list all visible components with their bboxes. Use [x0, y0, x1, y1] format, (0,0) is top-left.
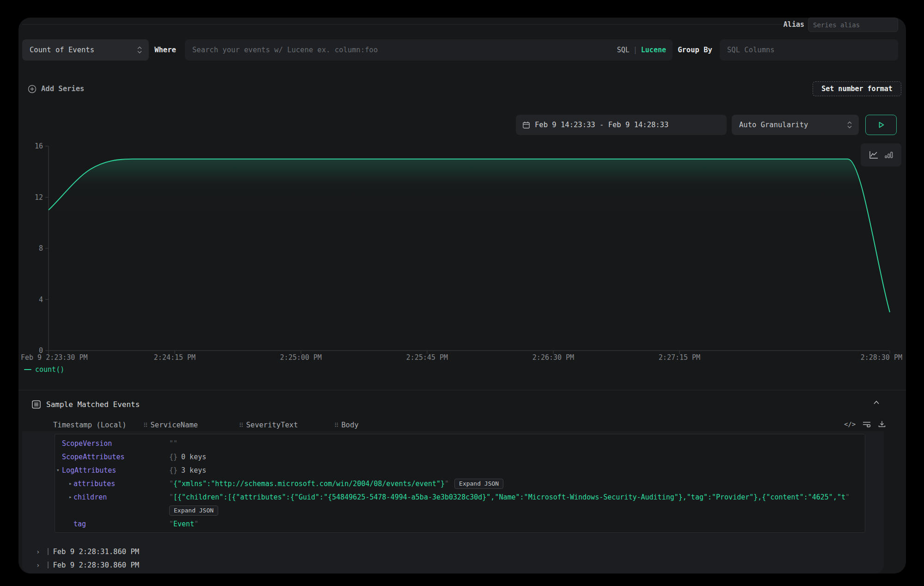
event-list-icon — [31, 400, 41, 409]
caret-right-icon[interactable]: ▸ — [69, 494, 72, 500]
svg-text:16: 16 — [35, 142, 43, 150]
column-label: Timestamp (Local) — [53, 421, 127, 429]
column-label: SeverityText — [246, 421, 298, 429]
language-sql[interactable]: SQL — [617, 46, 630, 54]
json-key: attributes — [73, 480, 115, 488]
chart-explorer-panel: Alias Count of Events Where SQL | Lucene… — [18, 18, 906, 574]
svg-text:2:26:30 PM: 2:26:30 PM — [532, 353, 574, 362]
add-series-label: Add Series — [41, 85, 84, 93]
column-header-servicename[interactable]: ⠿ ServiceName — [143, 421, 198, 429]
tree-row-scopeattributes[interactable]: ScopeAttributes {} 0 keys — [55, 450, 865, 463]
drag-handle-icon[interactable]: ⠿ — [334, 422, 339, 429]
wrap-text-icon[interactable] — [862, 420, 871, 428]
svg-text:2:24:15 PM: 2:24:15 PM — [154, 353, 196, 362]
json-key: tag — [73, 520, 86, 528]
time-range-value: Feb 9 14:23:33 - Feb 9 14:28:33 — [535, 121, 668, 129]
severity-bar — [48, 548, 49, 555]
json-value: [{"children":[{"attributes":{"Guid":"{54… — [173, 493, 845, 501]
aggregation-value: Count of Events — [30, 46, 94, 54]
play-icon — [876, 120, 886, 130]
tree-row-attributes[interactable]: ▸ attributes "{"xmlns":"http://schemas.m… — [55, 477, 865, 490]
events-section-header: Sample Matched Events — [18, 396, 906, 413]
caret-down-icon[interactable]: ▾ — [56, 467, 60, 473]
language-separator: | — [633, 46, 637, 54]
column-label: Body — [342, 421, 359, 429]
code-view-icon[interactable]: </> — [844, 420, 856, 428]
top-divider — [22, 24, 782, 25]
tree-row-tag[interactable]: tag "Event" — [55, 517, 865, 530]
braces-icon: {} — [169, 453, 177, 461]
column-header-timestamp[interactable]: Timestamp (Local) — [53, 421, 127, 429]
event-row[interactable]: › Feb 9 2:28:31.860 PM — [22, 545, 884, 558]
expanded-event-json: ScopeVersion "" ScopeAttributes {} 0 key… — [55, 434, 865, 533]
key-count: 0 keys — [181, 453, 206, 461]
tree-row-children[interactable]: ▸ children "[{"children":[{"attributes":… — [55, 490, 865, 504]
chevron-updown-icon — [847, 121, 852, 129]
expand-json-button[interactable]: Expand JSON — [454, 479, 503, 489]
tree-row-logattributes[interactable]: ▾ LogAttributes {} 3 keys — [55, 463, 865, 477]
column-label: ServiceName — [151, 421, 198, 429]
column-header-body[interactable]: ⠿ Body — [334, 421, 359, 429]
events-table-header: Timestamp (Local) ⠿ ServiceName ⠿ Severi… — [18, 420, 906, 431]
collapse-chevron-icon[interactable] — [873, 400, 880, 405]
tree-row-children-actions: Expand JSON — [55, 504, 865, 517]
caret-right-icon[interactable]: ▸ — [69, 481, 72, 487]
aggregation-select[interactable]: Count of Events — [22, 39, 149, 61]
where-label: Where — [155, 39, 176, 61]
drag-handle-icon[interactable]: ⠿ — [143, 422, 148, 429]
json-key: children — [73, 493, 107, 501]
svg-text:12: 12 — [35, 193, 43, 202]
section-divider — [18, 390, 906, 390]
severity-bar — [48, 561, 49, 568]
series-alias-input[interactable] — [808, 18, 898, 32]
svg-text:Feb 9 2:23:30 PM: Feb 9 2:23:30 PM — [21, 353, 88, 362]
column-header-severitytext[interactable]: ⠿ SeverityText — [239, 421, 298, 429]
calendar-icon — [522, 121, 530, 129]
json-value: Event — [173, 520, 194, 528]
json-key: ScopeAttributes — [62, 453, 124, 461]
legend-label: count() — [35, 365, 64, 374]
svg-text:2:28:30 PM: 2:28:30 PM — [861, 353, 902, 362]
key-count: 3 keys — [181, 466, 206, 475]
add-series-button[interactable]: Add Series — [28, 82, 84, 95]
svg-text:2:25:45 PM: 2:25:45 PM — [406, 353, 448, 362]
expand-json-button[interactable]: Expand JSON — [169, 506, 218, 516]
json-key: LogAttributes — [62, 466, 116, 475]
search-input[interactable] — [185, 39, 617, 61]
braces-icon: {} — [169, 466, 177, 475]
download-icon[interactable] — [878, 420, 886, 428]
svg-text:8: 8 — [39, 244, 43, 253]
set-number-format-button[interactable]: Set number format — [813, 81, 901, 96]
drag-handle-icon[interactable]: ⠿ — [239, 422, 244, 429]
chevron-right-icon[interactable]: › — [36, 561, 40, 569]
svg-text:2:27:15 PM: 2:27:15 PM — [659, 353, 700, 362]
chevron-right-icon[interactable]: › — [36, 548, 40, 555]
group-by-label: Group By — [676, 39, 714, 61]
plus-circle-icon — [28, 85, 37, 93]
event-timestamp: Feb 9 2:28:30.860 PM — [53, 561, 139, 569]
tree-row-scopeversion[interactable]: ScopeVersion "" — [55, 437, 865, 450]
language-toggle[interactable]: SQL | Lucene — [617, 46, 673, 54]
json-value: {"xmlns":"http://schemas.microsoft.com/w… — [173, 480, 445, 488]
svg-text:4: 4 — [39, 296, 43, 304]
legend-item-count[interactable]: count() — [24, 365, 64, 374]
granularity-value: Auto Granularity — [739, 121, 808, 129]
group-by-input[interactable] — [720, 39, 898, 61]
legend-line-marker — [24, 369, 31, 370]
group-by-box — [720, 39, 898, 61]
chevron-updown-icon — [137, 46, 142, 54]
svg-text:2:25:00 PM: 2:25:00 PM — [280, 353, 322, 362]
events-section-title: Sample Matched Events — [46, 400, 140, 409]
json-key: ScopeVersion — [62, 439, 112, 448]
event-timestamp: Feb 9 2:28:31.860 PM — [53, 548, 139, 556]
alias-label: Alias — [779, 20, 804, 29]
set-number-format-label: Set number format — [821, 85, 893, 93]
search-box: SQL | Lucene — [185, 39, 673, 61]
timeseries-chart: 0481216Feb 9 2:23:30 PM2:24:15 PM2:25:00… — [18, 129, 906, 369]
language-lucene[interactable]: Lucene — [641, 46, 666, 54]
event-row[interactable]: › Feb 9 2:28:30.860 PM — [22, 558, 884, 572]
